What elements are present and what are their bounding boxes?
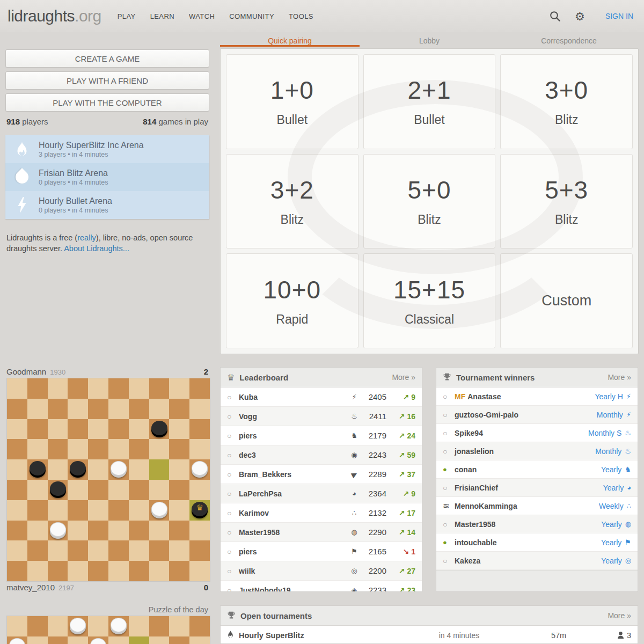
leaderboard-row[interactable]: ○ Master1958 ◍ 2290 ↗ 14 bbox=[221, 523, 422, 542]
trend-delta: 24 bbox=[407, 431, 415, 440]
board-square bbox=[108, 636, 129, 644]
board-square bbox=[48, 561, 68, 581]
nav-item[interactable]: WATCH bbox=[189, 12, 215, 20]
lobby-tab[interactable]: Quick pairing bbox=[220, 32, 360, 47]
trophy-icon bbox=[443, 373, 451, 382]
leaderboard-row[interactable]: ○ wiilk ◎ 2200 ↗ 27 bbox=[221, 561, 422, 581]
winners-more-link[interactable]: More » bbox=[608, 373, 631, 382]
lobby-button[interactable]: PLAY WITH A FRIEND bbox=[5, 71, 209, 90]
leaderboard-header: ♛ Leaderboard More » bbox=[221, 368, 422, 387]
leaderboard-row[interactable]: ○ Vogg ♨ 2411 ↗ 16 bbox=[221, 407, 422, 426]
spotlight-item[interactable]: Hourly Bullet Arena 0 players • in 4 min… bbox=[5, 191, 209, 219]
white-man-piece bbox=[111, 463, 127, 478]
search-icon[interactable] bbox=[549, 10, 561, 22]
site-logo[interactable]: lidraughts.org bbox=[8, 7, 101, 25]
tournament-award-link[interactable]: Yearly◕ bbox=[603, 484, 631, 492]
tournament-winner-row[interactable]: ○ jonaslelion Monthly♨ bbox=[436, 442, 638, 460]
player-rating: 2197 bbox=[58, 584, 204, 592]
open-tournament-row[interactable]: Hourly SuperBlitz in 4 minutes 57m 3 bbox=[221, 626, 638, 644]
nav-item[interactable]: COMMUNITY bbox=[229, 12, 274, 20]
leaderboard-row[interactable]: ○ LaPerchPsa ◕ 2364 ↗ 9 bbox=[221, 484, 422, 503]
pool-card[interactable]: 1+0 Bullet bbox=[226, 54, 358, 149]
tournament-winner-row[interactable]: ○ Spike94 Monthly S♨ bbox=[436, 424, 638, 442]
user-name: Master1958 bbox=[236, 528, 348, 537]
award-label: Yearly bbox=[601, 538, 621, 547]
pool-card[interactable]: 2+1 Bullet bbox=[363, 54, 496, 149]
board-square bbox=[108, 399, 129, 419]
sign-in-button[interactable]: SIGN IN bbox=[605, 12, 633, 20]
board-square bbox=[189, 521, 210, 541]
board-square bbox=[189, 636, 210, 644]
gear-icon[interactable]: ⚙ bbox=[575, 11, 585, 22]
lobby-button[interactable]: PLAY WITH THE COMPUTER bbox=[5, 93, 209, 112]
lobby-button[interactable]: CREATE A GAME bbox=[5, 49, 209, 68]
tournament-award-link[interactable]: Weekly∴ bbox=[599, 502, 631, 510]
trend-up-icon: ↗ bbox=[399, 451, 405, 459]
spotlight-item[interactable]: Hourly SuperBlitz Inc Arena 3 players • … bbox=[5, 135, 209, 163]
board-square bbox=[129, 500, 149, 521]
open-tournaments-more-link[interactable]: More » bbox=[608, 611, 631, 620]
tournament-award-link[interactable]: Yearly♞ bbox=[601, 465, 631, 474]
nav-item[interactable]: LEARN bbox=[150, 12, 174, 20]
nav-item[interactable]: TOOLS bbox=[289, 12, 313, 20]
pool-card[interactable]: 5+3 Blitz bbox=[500, 154, 633, 249]
board-square bbox=[129, 378, 149, 399]
superblitz-icon: ♨ bbox=[625, 447, 631, 455]
tournament-award-link[interactable]: Monthly⚡ bbox=[597, 411, 631, 419]
leaderboard-row[interactable]: ○ Kuba ⚡ 2405 ↗ 9 bbox=[221, 387, 422, 407]
tournament-award-link[interactable]: Yearly⚑ bbox=[601, 538, 631, 547]
tournament-winner-row[interactable]: ≋ MennoKamminga Weekly∴ bbox=[436, 497, 638, 515]
leaderboard-row[interactable]: ○ piers ♞ 2179 ↗ 24 bbox=[221, 426, 422, 445]
tournament-award-link[interactable]: Yearly H⚡ bbox=[595, 392, 631, 401]
puzzle-board[interactable] bbox=[6, 616, 210, 644]
board-square bbox=[7, 419, 27, 440]
bullet-icon: ⚡ bbox=[626, 411, 631, 419]
mini-board[interactable]: ♛ bbox=[6, 378, 210, 582]
leaderboard-row[interactable]: ○ Karimov ∴ 2132 ↗ 17 bbox=[221, 503, 422, 523]
leaderboard-row[interactable]: ○ Bram_Bekkers ▶ 2289 ↗ 37 bbox=[221, 465, 422, 484]
nav-item[interactable]: PLAY bbox=[118, 12, 136, 20]
tournament-winner-row[interactable]: ○ Kakeza Yearly◎ bbox=[436, 552, 638, 570]
tournament-winner-row[interactable]: ○ MFAnastase Yearly H⚡ bbox=[436, 387, 638, 406]
tournament-winner-row[interactable]: ● conan Yearly♞ bbox=[436, 460, 638, 479]
quick-pairing-panel: 1+0 Bullet 2+1 Bullet 3+0 Blitz 3+2 Blit… bbox=[220, 48, 639, 354]
about-lidraughts-link[interactable]: About Lidraughts... bbox=[64, 244, 129, 253]
board-square bbox=[169, 439, 189, 459]
trend-delta: 37 bbox=[407, 470, 415, 479]
leaderboard-more-link[interactable]: More » bbox=[392, 373, 415, 382]
circle-icon: ○ bbox=[443, 521, 452, 528]
tournament-winner-row[interactable]: ○ FrisianChief Yearly◕ bbox=[436, 479, 638, 497]
leaderboard-row[interactable]: ○ dec3 ◉ 2243 ↗ 59 bbox=[221, 445, 422, 465]
rating-trend: ↗ 24 bbox=[386, 431, 415, 440]
spotlight-item[interactable]: Frisian Blitz Arena 0 players • in 4 min… bbox=[5, 163, 209, 191]
tournament-award-link[interactable]: Monthly S♨ bbox=[588, 429, 631, 437]
board-square bbox=[48, 459, 68, 480]
lobby-tab[interactable]: Correspondence bbox=[499, 32, 639, 47]
tournament-winner-row[interactable]: ○ Master1958 Yearly◍ bbox=[436, 515, 638, 533]
pool-card[interactable]: 3+2 Blitz bbox=[226, 154, 358, 249]
pool-card[interactable]: 3+0 Blitz bbox=[500, 54, 633, 149]
lobby-tab[interactable]: Lobby bbox=[360, 32, 499, 47]
leaderboard-row[interactable]: ○ JustNobody19 ◈ 2233 ↗ 23 bbox=[221, 581, 422, 592]
tournament-award-link[interactable]: Yearly◎ bbox=[601, 557, 631, 565]
leaderboard-row[interactable]: ○ piers ⚑ 2165 ↘ 1 bbox=[221, 542, 422, 561]
trend-delta: 9 bbox=[411, 489, 415, 498]
tournament-winner-row[interactable]: ○ guztoso-Gmi-palo Monthly⚡ bbox=[436, 406, 638, 424]
really-link[interactable]: really bbox=[77, 233, 96, 242]
circle-icon: ○ bbox=[227, 587, 236, 592]
tournament-award-link[interactable]: Yearly◍ bbox=[601, 520, 631, 529]
board-square bbox=[189, 540, 210, 561]
trend-delta: 14 bbox=[407, 528, 415, 537]
board-square bbox=[27, 439, 48, 459]
white-man-piece bbox=[9, 640, 25, 644]
tournament-winner-row[interactable]: ● intouchable Yearly⚑ bbox=[436, 533, 638, 552]
tournament-award-link[interactable]: Monthly♨ bbox=[595, 447, 631, 456]
pool-card[interactable]: 5+0 Blitz bbox=[363, 154, 496, 249]
user-rating: 2411 bbox=[361, 412, 386, 421]
pool-card[interactable]: 15+15 Classical bbox=[363, 253, 496, 348]
target-icon: ◎ bbox=[625, 557, 631, 565]
pool-card[interactable]: Custom bbox=[500, 253, 633, 348]
pool-card[interactable]: 10+0 Rapid bbox=[226, 253, 358, 348]
award-label: Monthly bbox=[595, 447, 621, 456]
user-rating: 2289 bbox=[361, 470, 386, 479]
